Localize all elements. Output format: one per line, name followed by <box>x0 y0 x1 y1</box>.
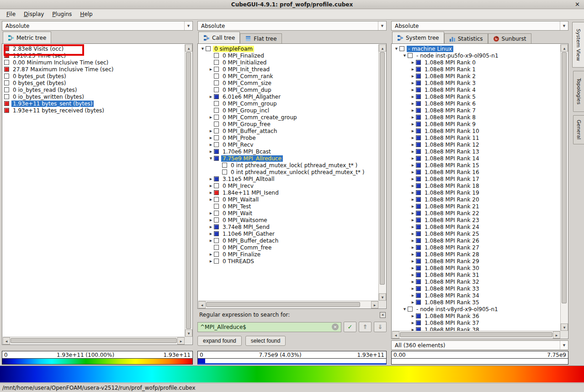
system-tree-row[interactable]: ▶1.08e8 MPI Rank 32 <box>392 278 560 285</box>
tree-item-label[interactable]: 1.08e8 MPI Rank 38 <box>423 327 481 331</box>
call-tree-row[interactable]: 0 MPI_Group_incl <box>198 107 378 114</box>
call-tree-row[interactable]: 0 MPI_Comm_size <box>198 79 378 86</box>
tree-item-label[interactable]: 1.08e8 MPI Rank 18 <box>423 183 481 189</box>
expand-arrow-icon[interactable]: ▶ <box>410 95 416 99</box>
tab-sunburst[interactable]: Sunburst <box>488 33 531 44</box>
tree-item-label[interactable]: 1.08e8 MPI Rank 20 <box>423 196 481 203</box>
scroll-down-icon[interactable]: ▼ <box>379 293 386 301</box>
metric-tree-row[interactable]: 1910.25 Time (sec) <box>3 52 185 59</box>
expand-arrow-icon[interactable]: ▶ <box>208 116 214 119</box>
tree-item-label[interactable]: 1.08e8 MPI Rank 15 <box>423 162 481 169</box>
scrollbar-thumb[interactable] <box>380 52 385 285</box>
metric-tree-row[interactable]: 0.00 Minimum Inclusive Time (sec) <box>3 59 185 66</box>
call-tree-row[interactable]: ▶3.11e5 MPI_Alltoall <box>198 175 378 182</box>
expand-arrow-icon[interactable]: ▶ <box>410 321 416 325</box>
call-tree-row[interactable]: ▶3.74e8 MPI_Send <box>198 223 378 230</box>
expand-arrow-icon[interactable]: ▶ <box>208 212 214 215</box>
expand-arrow-icon[interactable]: ▶ <box>410 177 416 181</box>
expand-arrow-icon[interactable]: ▶ <box>410 212 416 215</box>
tab-system-view[interactable]: System View <box>572 22 584 68</box>
metric-tree-row[interactable]: 1.93e+11 bytes_received (bytes) <box>3 107 185 114</box>
system-tree-row[interactable]: ▶1.08e8 MPI Rank 33 <box>392 285 560 292</box>
expand-arrow-icon[interactable]: ▶ <box>410 273 416 277</box>
tab-metric-tree[interactable]: Metric tree <box>3 32 51 44</box>
expand-arrow-icon[interactable]: ▶ <box>410 218 416 222</box>
tree-item-label[interactable]: 0 MPI_Probe <box>221 135 257 141</box>
expand-arrow-icon[interactable]: ▶ <box>410 157 416 160</box>
call-vertical-scrollbar[interactable]: ▲ ▼ <box>378 44 386 301</box>
call-tree-row[interactable]: ▼7.75e9 MPI_Allreduce <box>198 155 378 162</box>
expand-arrow-icon[interactable]: ▶ <box>410 232 416 236</box>
tree-item-label[interactable]: 1.08e8 MPI Rank 8 <box>423 114 477 121</box>
system-tree-row[interactable]: ▶1.08e8 MPI Rank 6 <box>392 100 560 107</box>
tree-item-label[interactable]: 1.08e8 MPI Rank 22 <box>423 210 481 217</box>
tree-item-label[interactable]: 0 MPI_Comm_group <box>221 101 278 107</box>
metric-tree-row[interactable]: 27.87 Maximum Inclusive Time (sec) <box>3 66 185 73</box>
call-tree-row[interactable]: ▶0 MPI_Wait <box>198 210 378 217</box>
system-tree-row[interactable]: ▶1.08e8 MPI Rank 2 <box>392 73 560 79</box>
expand-arrow-icon[interactable]: ▶ <box>410 74 416 78</box>
menu-file[interactable]: File <box>3 10 19 18</box>
expand-arrow-icon[interactable]: ▶ <box>410 225 416 229</box>
tab-call-tree[interactable]: Call tree <box>198 32 240 44</box>
system-tree-row[interactable]: ▶1.08e8 MPI Rank 15 <box>392 162 560 169</box>
call-tree-row[interactable]: 0 MPI_Comm_dup <box>198 86 378 93</box>
find-next-button[interactable]: ⇓ <box>374 322 387 332</box>
expand-arrow-icon[interactable]: ▶ <box>410 239 416 243</box>
expand-arrow-icon[interactable]: ▶ <box>410 122 416 126</box>
system-tree-row[interactable]: ▼- node inst-pu5fo-x9-ol905-n1 <box>392 52 560 59</box>
tree-item-label[interactable]: 0 io_bytes_written (bytes) <box>11 94 85 100</box>
tree-item-label[interactable]: - node inst-pu5fo-x9-ol905-n1 <box>415 53 500 59</box>
tree-item-label[interactable]: 1.08e8 MPI Rank 37 <box>423 320 481 326</box>
scroll-right-icon[interactable]: ▶ <box>553 331 560 339</box>
tree-item-label[interactable]: 1.08e8 MPI Rank 16 <box>423 169 481 175</box>
tree-item-label[interactable]: 1.08e8 MPI Rank 19 <box>423 190 481 196</box>
system-filter-combo[interactable]: All (360 elements) ▼ <box>391 340 568 350</box>
tree-item-label[interactable]: 1.08e8 MPI Rank 2 <box>423 73 477 79</box>
expand-arrow-icon[interactable]: ▶ <box>208 95 214 99</box>
call-tree-row[interactable]: ▶0 MPI_Init_thread <box>198 66 378 73</box>
tree-item-label[interactable]: 0 MPI_Group_incl <box>221 107 271 114</box>
system-tree-row[interactable]: ▶1.08e8 MPI Rank 19 <box>392 189 560 196</box>
tree-item-label[interactable]: 0 MPI_Comm_rank <box>221 73 275 79</box>
tree-item-label[interactable]: 1910.25 Time (sec) <box>11 53 67 59</box>
tree-item-label[interactable]: - node inst-v8yrd-x9-ol905-n1 <box>415 306 499 313</box>
call-tree-row[interactable]: ▶0 MPI_Buffer_detach <box>198 237 378 244</box>
call-tree-row[interactable]: 0 int pthread_mutex_lock( pthread_mutex_… <box>198 162 378 169</box>
tree-item-label[interactable]: 6.01e6 MPI_Allgather <box>221 94 282 100</box>
tree-item-label[interactable]: 3.74e8 MPI_Send <box>221 224 271 230</box>
scrollbar-thumb[interactable] <box>11 338 177 343</box>
metric-tree-row[interactable]: 0 io_bytes_written (bytes) <box>3 93 185 100</box>
tree-item-label[interactable]: 1.08e8 MPI Rank 12 <box>423 142 481 148</box>
tree-item-label[interactable]: 1.08e8 MPI Rank 4 <box>423 87 477 93</box>
expand-arrow-icon[interactable]: ▶ <box>410 253 416 256</box>
tree-item-label[interactable]: 0 int pthread_mutex_unlock( pthread_mute… <box>229 169 366 175</box>
collapse-arrow-icon[interactable]: ▼ <box>393 47 399 51</box>
tree-item-label[interactable]: 1.08e8 MPI Rank 17 <box>423 176 481 182</box>
expand-arrow-icon[interactable]: ▶ <box>410 102 416 106</box>
tree-item-label[interactable]: 1.08e8 MPI Rank 10 <box>423 128 481 134</box>
system-tree-row[interactable]: ▼- machine Linux <box>392 45 560 52</box>
expand-arrow-icon[interactable]: ▶ <box>208 253 214 256</box>
system-tree-row[interactable]: ▶1.08e8 MPI Rank 28 <box>392 251 560 258</box>
scroll-right-icon[interactable]: ▶ <box>177 337 185 344</box>
call-tree-row[interactable]: ▶0 MPI_Finalize <box>198 251 378 258</box>
close-icon[interactable]: ✕ <box>575 1 580 8</box>
system-tree-row[interactable]: ▶1.08e8 MPI Rank 31 <box>392 271 560 278</box>
tree-item-label[interactable]: - machine Linux <box>407 46 453 52</box>
call-tree-row[interactable]: 0 MPI_Finalized <box>198 52 378 59</box>
system-tree-row[interactable]: ▶1.08e8 MPI Rank 21 <box>392 203 560 210</box>
collapse-arrow-icon[interactable]: ▼ <box>402 54 408 58</box>
tree-item-label[interactable]: 0 MPI_Waitall <box>221 196 260 203</box>
search-confirm-button[interactable]: ✓ <box>344 322 356 332</box>
expand-arrow-icon[interactable]: ▶ <box>208 68 214 71</box>
metric-horizontal-scrollbar[interactable]: ◀ ▶ <box>3 337 185 344</box>
tree-item-label[interactable]: 1.08e8 MPI Rank 34 <box>423 292 481 299</box>
expand-arrow-icon[interactable]: ▶ <box>410 246 416 249</box>
call-tree-row[interactable]: ▶6.01e6 MPI_Allgather <box>198 93 378 100</box>
system-tree-row[interactable]: ▶1.08e8 MPI Rank 0 <box>392 59 560 66</box>
tree-item-label[interactable]: 0 MPI_Irecv <box>221 183 255 189</box>
tree-item-label[interactable]: 0 MPI_Initialized <box>221 59 268 66</box>
find-previous-button[interactable]: ⇑ <box>359 322 372 332</box>
system-tree-row[interactable]: ▶1.08e8 MPI Rank 12 <box>392 141 560 148</box>
